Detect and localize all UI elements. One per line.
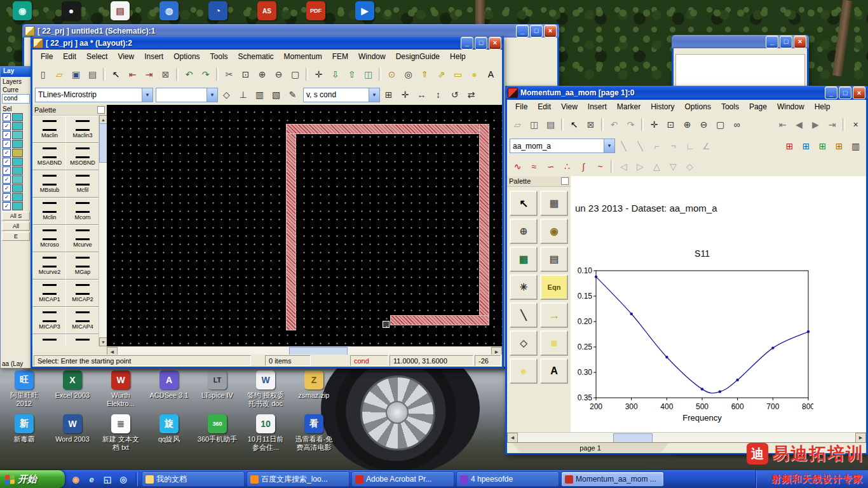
trace-tool-icon[interactable]: ▥ bbox=[252, 87, 268, 103]
desktop-icon-acdsee[interactable]: AACDSee 3.1 bbox=[145, 370, 193, 408]
menu-tools[interactable]: Tools bbox=[717, 101, 743, 112]
layout-plot-icon[interactable]: ▥ bbox=[848, 138, 864, 154]
palette-item-msobnd[interactable]: MSOBND bbox=[65, 143, 100, 170]
menu-insert[interactable]: Insert bbox=[140, 51, 168, 62]
task-momentum[interactable]: Momentum_aa_mom ... bbox=[561, 471, 664, 487]
trace-spline-icon[interactable]: ≈ bbox=[526, 159, 542, 175]
menu-momentum[interactable]: Momentum bbox=[280, 51, 327, 62]
layer-visible-checkbox[interactable]: ✓ bbox=[3, 149, 11, 157]
layout-canvas[interactable] bbox=[107, 105, 502, 346]
trace-step-icon[interactable]: ∽ bbox=[543, 159, 559, 175]
page-tab[interactable]: page 1 bbox=[512, 443, 668, 452]
menu-schematic[interactable]: Schematic bbox=[234, 51, 278, 62]
microstrip-trace-top[interactable] bbox=[286, 124, 489, 134]
save-icon[interactable]: ▣ bbox=[68, 66, 84, 82]
component-icon[interactable]: ▧ bbox=[268, 87, 284, 103]
current-layer-value[interactable]: cond bbox=[2, 94, 30, 104]
layer-visible-checkbox[interactable]: ✓ bbox=[3, 193, 11, 201]
palette-item-maclin[interactable]: Maclin bbox=[32, 116, 67, 143]
layers-button-all-s[interactable]: All S bbox=[2, 212, 30, 220]
maximize-button[interactable]: □ bbox=[839, 86, 851, 99]
menu-view[interactable]: View bbox=[113, 51, 139, 62]
palette-item-micap2[interactable]: MICAP2 bbox=[65, 280, 100, 307]
menu-options[interactable]: Options bbox=[681, 101, 715, 112]
minimize-button[interactable]: _ bbox=[766, 36, 778, 48]
import-icon[interactable]: ⇩ bbox=[327, 66, 343, 82]
palette-item-mcorn[interactable]: Mcorn bbox=[65, 198, 100, 225]
marker-gray-3[interactable]: △ bbox=[649, 159, 665, 175]
scroll-right-icon[interactable]: ▶ bbox=[855, 433, 866, 443]
snap-grid-icon[interactable]: ⊞ bbox=[381, 87, 397, 103]
menu-select[interactable]: Select bbox=[82, 51, 112, 62]
desktop-icon-xunlei[interactable]: 看迅雷看看-免 费高清电影 bbox=[290, 414, 338, 452]
scroll-left-icon[interactable]: ◀ bbox=[507, 433, 518, 443]
menu-tools[interactable]: Tools bbox=[206, 51, 233, 62]
chart-hscrollbar[interactable]: ◀ ▶ bbox=[507, 432, 866, 443]
layer-visible-checkbox[interactable]: ✓ bbox=[3, 158, 11, 166]
scrollbar-thumb[interactable] bbox=[613, 433, 653, 443]
eqn-tool-icon[interactable]: Eqn bbox=[540, 274, 568, 300]
new-icon[interactable]: ▯ bbox=[35, 66, 51, 82]
zoom-in-icon[interactable]: ⊕ bbox=[679, 116, 695, 132]
layer-visible-checkbox[interactable]: ✓ bbox=[3, 175, 11, 184]
text-draw-icon[interactable]: A bbox=[483, 66, 499, 82]
desktop-icon-textfile[interactable]: ≣新建 文本文 档 txt bbox=[97, 414, 145, 452]
desktop-icon-app5[interactable]: ◔ bbox=[208, 1, 227, 20]
desktop-icon-app3[interactable]: ▤ bbox=[111, 1, 130, 20]
polygon-tool-icon[interactable]: ◇ bbox=[219, 87, 234, 103]
task-my-documents[interactable]: 我的文档 bbox=[142, 471, 245, 487]
task-acrobat[interactable]: Adobe Acrobat Pr... bbox=[351, 471, 454, 487]
pointer-icon[interactable]: ↖ bbox=[108, 66, 124, 82]
quicklaunch-search[interactable]: ◎ bbox=[116, 472, 130, 486]
pan-icon[interactable]: ✛ bbox=[646, 116, 662, 132]
port-icon[interactable]: ⊙ bbox=[384, 66, 400, 82]
close-button[interactable]: × bbox=[544, 25, 557, 37]
layer-visible-checkbox[interactable]: ✓ bbox=[3, 140, 11, 148]
zoom-full-icon[interactable]: ▢ bbox=[287, 66, 303, 82]
component-library-combo[interactable]: TLines-Microstrip▼ bbox=[35, 88, 153, 102]
layer-visible-checkbox[interactable]: ✓ bbox=[3, 166, 11, 175]
layer-select-combo[interactable]: v, s cond▼ bbox=[303, 88, 380, 102]
trace-integral-icon[interactable]: ∫ bbox=[576, 159, 592, 175]
palette-item-msabnd[interactable]: MSABND bbox=[32, 143, 67, 170]
line-tool-icon[interactable]: ╲ bbox=[510, 302, 538, 328]
menu-file[interactable]: File bbox=[511, 101, 532, 112]
rect-tool-icon[interactable]: ■ bbox=[540, 330, 568, 356]
menu-edit[interactable]: Edit bbox=[533, 101, 555, 112]
smith-plot-icon[interactable]: ◉ bbox=[540, 219, 568, 244]
redo-icon[interactable]: ↷ bbox=[623, 116, 639, 132]
menu-edit[interactable]: Edit bbox=[58, 51, 81, 62]
schematic-titlebar[interactable]: [ 22_prj ] untitled1 (Schematic):1 _ □ × bbox=[22, 24, 559, 37]
layers-button-e[interactable]: E bbox=[2, 232, 30, 241]
menu-options[interactable]: Options bbox=[169, 51, 204, 62]
menu-view[interactable]: View bbox=[557, 101, 582, 112]
task-hpeesofde[interactable]: 4 hpeesofde bbox=[456, 471, 559, 487]
microstrip-trace-right[interactable] bbox=[479, 124, 489, 325]
menu-window[interactable]: Window bbox=[773, 101, 809, 112]
trace-scatter-icon[interactable]: ∴ bbox=[559, 159, 575, 175]
align-h-icon[interactable]: ↔ bbox=[414, 87, 430, 103]
pointer-icon[interactable]: ↖ bbox=[566, 116, 582, 132]
zoom-area-icon[interactable]: ⊡ bbox=[238, 66, 254, 82]
delete-icon[interactable]: ⊠ bbox=[158, 66, 173, 82]
menu-help[interactable]: Help bbox=[810, 101, 835, 112]
menu-file[interactable]: File bbox=[36, 51, 57, 62]
zoom-plot-icon[interactable]: ⊞ bbox=[831, 138, 847, 154]
pan-icon[interactable]: ✛ bbox=[311, 66, 327, 82]
menu-window[interactable]: Window bbox=[354, 51, 390, 62]
trace-tool-gray-6[interactable]: ∠ bbox=[698, 138, 714, 154]
redo-icon[interactable]: ↷ bbox=[198, 66, 214, 82]
palette-item-mclin[interactable]: Mclin bbox=[32, 198, 67, 225]
open-icon[interactable]: ▱ bbox=[51, 66, 67, 82]
copy-page-icon[interactable]: ◫ bbox=[526, 116, 542, 132]
desktop-icon-excel[interactable]: XExcel 2003 bbox=[48, 370, 97, 408]
menu-designguide[interactable]: DesignGuide bbox=[391, 51, 444, 62]
palette-item-micap4[interactable]: MICAP4 bbox=[65, 307, 100, 334]
page-prev-icon[interactable]: ◀ bbox=[791, 116, 807, 132]
zoom-full-icon[interactable]: ▢ bbox=[712, 116, 728, 132]
desktop-icon-zsmaz-zip[interactable]: Zzsmaz.zip bbox=[290, 370, 338, 408]
export-icon[interactable]: ⇧ bbox=[344, 66, 360, 82]
zoom-area-icon[interactable]: ⊡ bbox=[663, 116, 679, 132]
desktop-icon-wurth[interactable]: WWürth Elektro... bbox=[97, 370, 145, 408]
arrow-up-icon[interactable]: ⇑ bbox=[417, 66, 433, 82]
